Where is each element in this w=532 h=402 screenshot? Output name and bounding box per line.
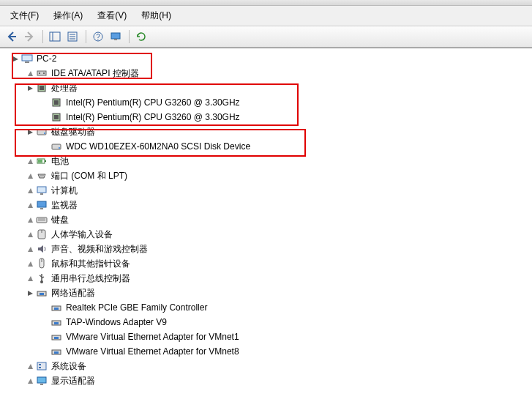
- tree-panel[interactable]: PC-2 IDE ATA/ATAPI 控制器 处理器 Intel(R) Pent…: [0, 48, 532, 402]
- svg-rect-48: [54, 322, 59, 324]
- display-icon: [36, 375, 48, 387]
- svg-text:?: ?: [96, 33, 100, 41]
- expander-placeholder: [40, 346, 50, 357]
- tree-node[interactable]: 网络适配器: [3, 286, 532, 300]
- menu-view[interactable]: 查看(V): [91, 7, 132, 24]
- tree-node[interactable]: 通用串行总线控制器: [3, 271, 532, 286]
- tree-node[interactable]: IDE ATA/ATAPI 控制器: [3, 66, 532, 81]
- controller-icon: [36, 67, 48, 79]
- show-hide-tree-button[interactable]: [48, 29, 64, 45]
- computer-icon: [36, 185, 48, 196]
- node-label: Intel(R) Pentium(R) CPU G3260 @ 3.30GHz: [64, 97, 241, 108]
- tree-node[interactable]: WDC WD10EZEX-60M2NA0 SCSI Disk Device: [3, 139, 532, 154]
- back-button[interactable]: [4, 29, 20, 45]
- node-label: VMware Virtual Ethernet Adapter for VMne…: [64, 346, 241, 357]
- tree-node[interactable]: 监视器: [3, 198, 532, 212]
- tree-node[interactable]: 处理器: [3, 81, 532, 95]
- svg-rect-57: [40, 384, 43, 385]
- computer-icon: [21, 53, 33, 64]
- battery-icon: [36, 155, 48, 167]
- tree-icon: [49, 31, 61, 42]
- svg-rect-34: [40, 208, 43, 209]
- node-label: 通用串行总线控制器: [50, 272, 132, 286]
- menu-help[interactable]: 帮助(H): [135, 7, 177, 24]
- svg-rect-8: [111, 33, 120, 39]
- svg-point-22: [44, 133, 45, 134]
- expander-icon[interactable]: [25, 68, 35, 78]
- tree-node[interactable]: 显示适配器: [3, 373, 532, 388]
- tree-node[interactable]: Intel(R) Pentium(R) CPU G3260 @ 3.30GHz: [3, 95, 532, 110]
- svg-rect-9: [114, 39, 117, 40]
- tree-node[interactable]: 鼠标和其他指针设备: [3, 256, 532, 271]
- keyboard-icon: [36, 214, 48, 226]
- svg-rect-27: [38, 160, 42, 163]
- node-label: 人体学输入设备: [50, 228, 114, 242]
- tree-node[interactable]: 磁盘驱动器: [3, 124, 532, 139]
- svg-point-13: [39, 72, 40, 74]
- expander-icon[interactable]: [25, 185, 35, 196]
- menu-bar: 文件(F) 操作(A) 查看(V) 帮助(H): [0, 6, 532, 26]
- expander-icon[interactable]: [25, 273, 35, 283]
- svg-point-14: [43, 72, 45, 74]
- svg-rect-20: [54, 115, 59, 119]
- tree-node[interactable]: VMware Virtual Ethernet Adapter for VMne…: [3, 330, 532, 344]
- forward-button[interactable]: [22, 29, 38, 45]
- tree-node[interactable]: 人体学输入设备: [3, 227, 532, 242]
- help-button[interactable]: ?: [91, 29, 107, 45]
- tree-node-root[interactable]: PC-2: [3, 51, 532, 66]
- svg-point-29: [41, 175, 42, 176]
- refresh-button[interactable]: [134, 29, 150, 45]
- toolbar: ?: [0, 26, 532, 48]
- arrow-left-icon: [6, 31, 18, 42]
- node-label: PC-2: [35, 53, 58, 64]
- expander-icon[interactable]: [10, 53, 20, 64]
- tree-node[interactable]: 键盘: [3, 212, 532, 227]
- properties-button[interactable]: [65, 29, 81, 45]
- node-label: Intel(R) Pentium(R) CPU G3260 @ 3.30GHz: [64, 111, 241, 123]
- network-icon: [50, 346, 62, 357]
- cpu-icon: [50, 111, 62, 123]
- tree-node[interactable]: 计算机: [3, 183, 532, 198]
- expander-icon[interactable]: [25, 376, 35, 386]
- expander-icon[interactable]: [25, 215, 35, 225]
- tree-node[interactable]: 电池: [3, 154, 532, 168]
- disk-icon: [50, 141, 62, 152]
- expander-icon[interactable]: [25, 288, 35, 298]
- expander-icon[interactable]: [25, 200, 35, 210]
- tree-node[interactable]: Realtek PCIe GBE Family Controller: [3, 300, 532, 315]
- expander-icon[interactable]: [25, 361, 35, 371]
- svg-rect-11: [25, 62, 29, 63]
- expander-icon[interactable]: [25, 171, 35, 181]
- expander-icon[interactable]: [25, 127, 35, 137]
- hid-icon: [36, 228, 48, 240]
- expander-icon[interactable]: [25, 156, 35, 166]
- expander-placeholder: [40, 141, 50, 152]
- node-label: VMware Virtual Ethernet Adapter for VMne…: [64, 331, 241, 343]
- usb-icon: [36, 272, 48, 284]
- scan-button[interactable]: [108, 29, 124, 45]
- node-label: IDE ATA/ATAPI 控制器: [50, 67, 141, 81]
- node-label: 网络适配器: [50, 286, 97, 300]
- node-label: 鼠标和其他指针设备: [50, 257, 132, 271]
- expander-icon[interactable]: [25, 244, 35, 254]
- tree-node[interactable]: Intel(R) Pentium(R) CPU G3260 @ 3.30GHz: [3, 110, 532, 124]
- toolbar-separator: [42, 30, 43, 43]
- svg-rect-33: [37, 201, 46, 207]
- toolbar-separator: [86, 30, 86, 43]
- expander-icon[interactable]: [25, 258, 35, 269]
- tree-node[interactable]: TAP-Windows Adapter V9: [3, 315, 532, 330]
- svg-rect-32: [40, 193, 43, 195]
- node-label: 计算机: [50, 184, 79, 198]
- menu-action[interactable]: 操作(A): [48, 7, 89, 24]
- menu-file[interactable]: 文件(F): [4, 7, 45, 24]
- tree-node[interactable]: 端口 (COM 和 LPT): [3, 168, 532, 183]
- tree-node[interactable]: 声音、视频和游戏控制器: [3, 242, 532, 256]
- expander-icon[interactable]: [25, 83, 35, 93]
- expander-icon[interactable]: [25, 229, 35, 239]
- svg-rect-18: [54, 100, 59, 105]
- expander-placeholder: [40, 332, 50, 342]
- svg-rect-12: [37, 71, 46, 75]
- tree-node[interactable]: 系统设备: [3, 359, 532, 373]
- tree-node[interactable]: VMware Virtual Ethernet Adapter for VMne…: [3, 344, 532, 359]
- expander-placeholder: [40, 112, 50, 122]
